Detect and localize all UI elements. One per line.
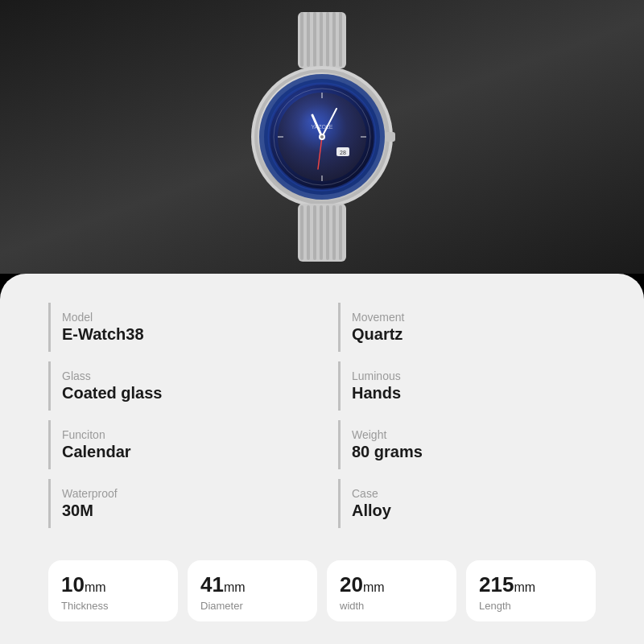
spec-function-label: Funciton: [62, 428, 306, 441]
dim-diameter-value: 41mm: [200, 573, 308, 597]
svg-rect-31: [307, 205, 310, 260]
dim-diameter-label: Diameter: [200, 600, 308, 612]
svg-rect-34: [326, 205, 329, 260]
spec-luminous: Luminous Hands: [338, 361, 596, 411]
spec-luminous-value: Hands: [352, 384, 596, 402]
spec-luminous-label: Luminous: [352, 369, 596, 382]
svg-rect-30: [300, 205, 303, 260]
spec-weight: Weight 80 grams: [338, 420, 596, 469]
svg-text:YAZOLE: YAZOLE: [311, 124, 332, 130]
svg-rect-28: [386, 132, 395, 142]
svg-rect-4: [320, 12, 323, 67]
spec-glass: Glass Coated glass: [48, 361, 306, 411]
dim-length-value: 215mm: [479, 573, 586, 597]
specs-right-column: Movement Quartz Luminous Hands Weight 80…: [338, 303, 596, 538]
svg-rect-5: [326, 12, 329, 67]
spec-model: Model E-Watch38: [48, 303, 306, 352]
svg-rect-35: [332, 205, 336, 260]
svg-point-25: [320, 135, 324, 138]
spec-model-value: E-Watch38: [62, 325, 306, 344]
dim-thickness-value: 10mm: [61, 573, 168, 597]
svg-text:28: 28: [340, 150, 346, 155]
svg-rect-7: [339, 12, 342, 67]
spec-glass-label: Glass: [62, 369, 306, 382]
dim-length-label: Length: [479, 600, 586, 612]
spec-waterproof-value: 30M: [62, 502, 306, 520]
spec-movement: Movement Quartz: [338, 303, 596, 352]
spec-weight-value: 80 grams: [352, 443, 596, 461]
spec-weight-label: Weight: [352, 428, 596, 441]
dimensions-row: 10mm Thickness 41mm Diameter 20mm width …: [48, 560, 596, 621]
svg-rect-1: [300, 12, 303, 67]
watch-illustration: YAZOLE 28: [217, 12, 427, 262]
svg-rect-3: [313, 12, 316, 67]
spec-glass-value: Coated glass: [62, 384, 306, 402]
spec-case-value: Alloy: [352, 502, 596, 520]
svg-rect-33: [320, 205, 323, 260]
specs-grid: Model E-Watch38 Glass Coated glass Funci…: [48, 303, 596, 538]
info-card: Model E-Watch38 Glass Coated glass Funci…: [0, 274, 644, 644]
spec-waterproof-label: Waterproof: [62, 487, 306, 500]
dim-diameter: 41mm Diameter: [188, 560, 317, 621]
spec-case: Case Alloy: [338, 479, 596, 528]
svg-rect-36: [339, 205, 342, 260]
spec-movement-value: Quartz: [352, 325, 596, 344]
spec-function-value: Calendar: [62, 443, 306, 461]
dim-thickness: 10mm Thickness: [48, 560, 178, 621]
svg-rect-32: [313, 205, 316, 260]
dim-thickness-label: Thickness: [61, 600, 168, 612]
specs-left-column: Model E-Watch38 Glass Coated glass Funci…: [48, 303, 306, 538]
spec-model-label: Model: [62, 311, 306, 324]
spec-movement-label: Movement: [352, 311, 596, 324]
spec-waterproof: Waterproof 30M: [48, 479, 306, 528]
spec-case-label: Case: [352, 487, 596, 500]
dim-width-value: 20mm: [340, 573, 447, 597]
svg-rect-2: [307, 12, 310, 67]
dim-width-label: width: [340, 600, 447, 612]
dim-length: 215mm Length: [466, 560, 596, 621]
svg-rect-6: [332, 12, 336, 67]
dim-width: 20mm width: [327, 560, 456, 621]
watch-image-section: YAZOLE 28: [0, 0, 644, 274]
spec-function: Funciton Calendar: [48, 420, 306, 469]
